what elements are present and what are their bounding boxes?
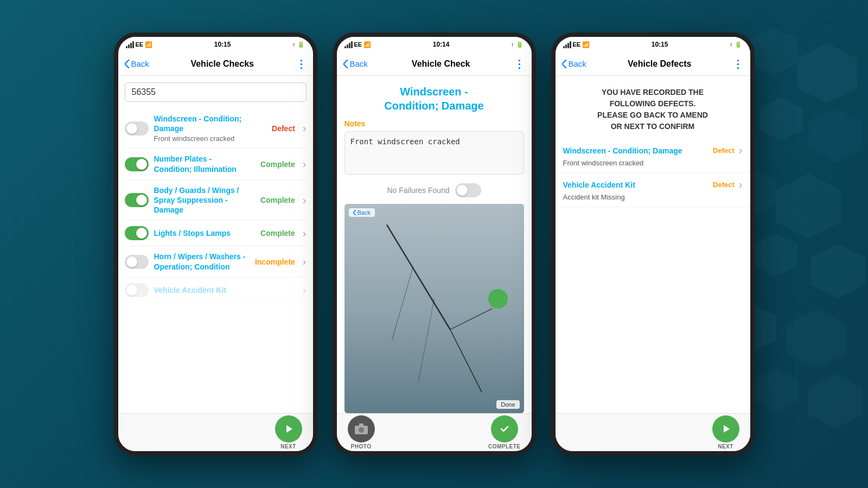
complete-btn-circle[interactable]	[491, 415, 518, 442]
nav-bar-1: Back Vehicle Checks ⋮	[118, 52, 313, 76]
more-button-2[interactable]: ⋮	[514, 57, 525, 70]
signal-bar-2	[128, 44, 130, 48]
toggle-4[interactable]	[125, 226, 149, 240]
check-item-content-4: Lights / Stops Lamps	[154, 228, 249, 238]
cracked-windscreen-image	[344, 204, 524, 413]
check-item-title-5: Horn / Wipers / Washers - Operation; Con…	[154, 252, 249, 271]
photo-back-btn[interactable]: Back	[349, 208, 375, 217]
notes-input[interactable]: Front windscreen cracked	[344, 131, 524, 175]
next-btn-label-1: NEXT	[280, 444, 296, 450]
carrier-label-1: EE	[136, 41, 144, 48]
chevron-icon-6: ›	[303, 284, 307, 296]
toggle-6	[125, 283, 149, 297]
photo-btn-circle[interactable]	[348, 415, 375, 442]
page-title-1: Vehicle Checks	[190, 59, 254, 69]
screen-content-3: YOU HAVE RECORDED THE FOLLOWING DEFECTS.…	[556, 76, 750, 413]
check-item-4[interactable]: Lights / Stops Lamps Complete ›	[125, 221, 307, 246]
check-status-2: Complete	[254, 160, 295, 169]
check-status-1: Defect	[254, 124, 295, 133]
next-button-1[interactable]: NEXT	[275, 415, 302, 450]
signal-bars-3	[563, 41, 571, 48]
defect-badge-1: Defect	[713, 146, 735, 155]
next-button-3[interactable]: NEXT	[712, 415, 739, 450]
notes-section: Notes Front windscreen cracked	[337, 119, 532, 177]
toggle-1[interactable]	[125, 121, 149, 136]
green-dot	[488, 289, 508, 309]
complete-btn-label: COMPLETE	[488, 444, 521, 450]
signal-bar-4	[132, 41, 134, 48]
chevron-icon-1: ›	[303, 122, 307, 134]
phone-1: EE 📶 10:15 ↑ 🔋 Back Vehicle Checks ⋮ 563…	[114, 33, 317, 455]
defect-chevron-1: ›	[739, 144, 743, 157]
check-item-title-2: Number Plates - Condition; Illumination	[154, 154, 249, 174]
toggle-knob-2	[136, 159, 147, 170]
status-icons-1: ↑ 🔋	[292, 41, 305, 48]
next-icon-1	[283, 423, 295, 435]
signal-bar-1	[126, 46, 127, 48]
check-item-content-6: Vehicle Accident Kit	[154, 285, 295, 295]
status-bar-3: EE 📶 10:15 ↑ 🔋	[556, 37, 750, 52]
back-button-3[interactable]: Back	[562, 59, 586, 68]
check-item-title-6: Vehicle Accident Kit	[154, 285, 295, 295]
bottom-bar-3: NEXT	[556, 413, 750, 451]
defect-item-2[interactable]: Vehicle Accident Kit Defect › Accident k…	[556, 173, 750, 207]
check-item-title-3: Body / Guards / Wings / Spray Suppressio…	[154, 185, 249, 215]
complete-button[interactable]: COMPLETE	[488, 415, 521, 450]
check-item-3[interactable]: Body / Guards / Wings / Spray Suppressio…	[125, 180, 307, 221]
check-list: Windscreen - Condition; Damage Front win…	[118, 108, 313, 413]
carrier-label-3: EE	[573, 41, 581, 48]
battery-icon-2: 🔋	[516, 41, 524, 48]
battery-icon-1: 🔋	[297, 41, 305, 48]
wifi-icon-2: 📶	[363, 41, 371, 48]
back-button-1[interactable]: Back	[125, 59, 149, 68]
chevron-icon-3: ›	[303, 194, 307, 207]
photo-done-btn[interactable]: Done	[496, 400, 519, 409]
no-failures-label: No Failures Found	[387, 186, 449, 195]
phones-container: EE 📶 10:15 ↑ 🔋 Back Vehicle Checks ⋮ 563…	[114, 33, 755, 455]
signal-bar-3	[130, 43, 132, 48]
more-button-1[interactable]: ⋮	[296, 57, 307, 70]
status-bar-2: EE 📶 10:14 ↑ 🔋	[337, 37, 532, 52]
toggle-2[interactable]	[125, 157, 149, 171]
bottom-bar-2: PHOTO COMPLETE	[337, 413, 532, 451]
photo-area: Back Done	[344, 204, 524, 413]
more-button-3[interactable]: ⋮	[732, 57, 743, 70]
svg-point-10	[498, 422, 511, 435]
back-button-2[interactable]: Back	[343, 59, 368, 68]
check-item-1[interactable]: Windscreen - Condition; Damage Front win…	[125, 108, 307, 149]
defect-title-1: Windscreen - Condition; Damage	[563, 146, 713, 155]
next-btn-circle-3[interactable]	[712, 415, 739, 442]
no-failures-toggle[interactable]	[455, 183, 481, 197]
crack-svg	[344, 204, 524, 413]
wifi-icon-1: 📶	[145, 41, 152, 48]
check-item-content-5: Horn / Wipers / Washers - Operation; Con…	[154, 252, 249, 271]
defect-item-1[interactable]: Windscreen - Condition; Damage Defect › …	[556, 139, 750, 173]
svg-rect-9	[359, 423, 363, 426]
photo-button[interactable]: PHOTO	[348, 415, 375, 450]
next-btn-circle-1[interactable]	[275, 415, 302, 442]
check-item-title-1: Windscreen - Condition; Damage	[154, 114, 249, 133]
status-icons-2: ↑ 🔋	[511, 41, 524, 48]
defect-title-2: Vehicle Accident Kit	[563, 181, 713, 189]
notes-label: Notes	[344, 119, 524, 128]
time-2: 10:14	[433, 41, 450, 48]
chevron-icon-5: ›	[303, 255, 307, 268]
signal-bars-1	[126, 41, 134, 48]
vehicle-id-field[interactable]: 56355	[125, 82, 307, 102]
defect-item-row-2: Vehicle Accident Kit Defect ›	[563, 178, 743, 191]
next-icon-3	[720, 423, 732, 435]
svg-marker-11	[724, 425, 730, 433]
svg-rect-1	[344, 204, 524, 413]
page-title-2: Vehicle Check	[412, 59, 470, 69]
photo-btn-label: PHOTO	[351, 444, 372, 450]
defect-note-2: Accident kit Missing	[563, 193, 743, 201]
check-item-2[interactable]: Number Plates - Condition; Illumination …	[125, 149, 307, 179]
toggle-3[interactable]	[125, 193, 149, 207]
camera-icon	[354, 422, 369, 435]
next-btn-label-3: NEXT	[718, 444, 733, 450]
checkmark-icon	[497, 422, 512, 436]
check-item-5[interactable]: Horn / Wipers / Washers - Operation; Con…	[125, 246, 307, 277]
check-screen-title: Windscreen -Condition; Damage	[337, 76, 532, 119]
toggle-5[interactable]	[125, 255, 149, 269]
check-item-title-4: Lights / Stops Lamps	[154, 228, 249, 238]
